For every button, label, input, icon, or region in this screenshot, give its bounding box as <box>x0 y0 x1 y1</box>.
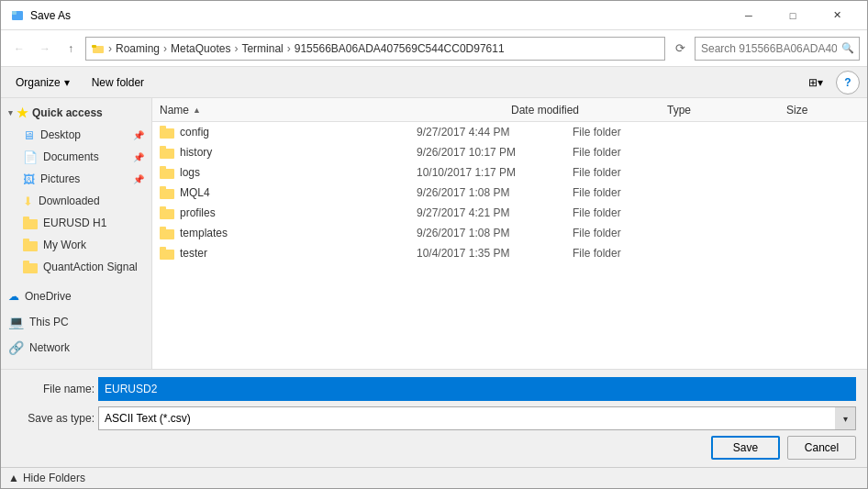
actions-row: Save Cancel <box>12 436 856 460</box>
window-title: Save As <box>30 9 728 22</box>
file-name-cell: tester <box>160 247 417 260</box>
sidebar-item-thispc[interactable]: 💻 This PC <box>1 311 151 333</box>
path-breadcrumb: › Name Roaming › MetaQuotes › Terminal ›… <box>92 42 505 55</box>
column-header-date[interactable]: Date modified <box>511 100 667 119</box>
sidebar-item-pictures-label: Pictures <box>40 172 80 185</box>
file-rows-container: config 9/27/2017 4:44 PM File folder his… <box>152 122 867 263</box>
file-name-text: templates <box>180 227 228 239</box>
sidebar-item-quantaction[interactable]: QuantAction Signal <box>1 256 151 278</box>
save-as-type-wrapper: ▾ <box>98 406 856 430</box>
sidebar-item-pictures[interactable]: 🖼 Pictures 📌 <box>1 168 151 190</box>
file-type-cell: File folder <box>573 126 692 139</box>
column-header-name[interactable]: Name ▲ <box>160 100 511 119</box>
back-button[interactable]: ← <box>8 38 30 60</box>
pictures-icon: 🖼 <box>23 172 35 186</box>
file-folder-icon <box>160 206 174 219</box>
file-type-cell: File folder <box>573 146 692 159</box>
file-name-label: File name: <box>12 383 95 395</box>
minimize-button[interactable]: ─ <box>728 6 770 25</box>
window-controls: ─ □ ✕ <box>728 6 858 25</box>
sidebar-item-desktop[interactable]: 🖥 Desktop 📌 <box>1 124 151 146</box>
file-name-text: tester <box>180 247 207 260</box>
column-header-size[interactable]: Size <box>786 100 860 119</box>
search-icon: 🔍 <box>841 42 854 54</box>
new-folder-button[interactable]: New folder <box>84 71 151 94</box>
folder-breadcrumb-icon <box>92 42 105 55</box>
file-date-cell: 10/4/2017 1:35 PM <box>417 247 573 260</box>
file-type-cell: File folder <box>573 206 692 219</box>
view-button[interactable]: ⊞ ▾ <box>803 71 829 94</box>
search-wrapper: 🔍 <box>695 37 860 61</box>
file-name-cell: profiles <box>160 206 417 219</box>
quantaction-folder-icon <box>23 261 38 273</box>
forward-button[interactable]: → <box>34 38 56 60</box>
path-id: 915566BA06ADA407569C544CC0D97611 <box>295 42 505 55</box>
hide-folders-button[interactable]: ▲ Hide Folders <box>1 467 867 488</box>
sidebar-item-quantaction-label: QuantAction Signal <box>43 261 138 273</box>
hide-folders-label: Hide Folders <box>23 472 85 484</box>
quick-access-chevron: ▾ <box>8 108 13 117</box>
sidebar-item-onedrive[interactable]: ☁ OneDrive <box>1 285 151 307</box>
file-folder-icon <box>160 166 174 179</box>
table-row[interactable]: history 9/26/2017 10:17 PM File folder <box>152 142 867 162</box>
save-as-dialog: Save As ─ □ ✕ ← → ↑ › Name Roaming › Met… <box>0 0 868 489</box>
path-roaming-text: Roaming <box>116 42 160 55</box>
sidebar-item-network[interactable]: 🔗 Network <box>1 337 151 359</box>
table-row[interactable]: templates 9/26/2017 1:08 PM File folder <box>152 223 867 243</box>
file-name-input[interactable] <box>98 377 856 401</box>
file-name-text: MQL4 <box>180 186 210 199</box>
onedrive-icon: ☁ <box>8 290 19 303</box>
file-list: Name ▲ Date modified Type Size config 9/… <box>152 98 867 369</box>
organize-button[interactable]: Organize ▾ <box>8 71 77 94</box>
table-row[interactable]: tester 10/4/2017 1:35 PM File folder <box>152 243 867 263</box>
refresh-button[interactable]: ⟳ <box>669 38 691 60</box>
file-type-cell: File folder <box>573 227 692 239</box>
address-bar: ← → ↑ › Name Roaming › MetaQuotes › Term… <box>1 30 867 67</box>
file-folder-icon <box>160 227 174 239</box>
title-bar: Save As ─ □ ✕ <box>1 1 867 30</box>
sidebar-item-documents[interactable]: 📄 Documents 📌 <box>1 146 151 168</box>
save-as-type-input[interactable] <box>98 406 856 430</box>
path-terminal: Terminal <box>241 42 283 55</box>
sort-arrow: ▲ <box>193 106 201 115</box>
svg-rect-4 <box>92 45 96 48</box>
file-name-row: File name: <box>12 377 856 401</box>
sidebar-item-mywork[interactable]: My Work <box>1 234 151 256</box>
file-name-text: history <box>180 146 212 159</box>
search-input[interactable] <box>695 37 860 61</box>
table-row[interactable]: config 9/27/2017 4:44 PM File folder <box>152 122 867 142</box>
up-button[interactable]: ↑ <box>60 38 82 60</box>
sidebar-item-eurusd[interactable]: EURUSD H1 <box>1 212 151 234</box>
save-as-type-row: Save as type: ▾ <box>12 406 856 430</box>
toolbar: Organize ▾ New folder ⊞ ▾ ? <box>1 67 867 98</box>
help-button[interactable]: ? <box>836 71 860 94</box>
file-date-cell: 9/26/2017 10:17 PM <box>417 146 573 159</box>
quick-access-header[interactable]: ▾ ★ Quick access <box>1 102 151 124</box>
cancel-button[interactable]: Cancel <box>787 436 856 460</box>
save-button[interactable]: Save <box>711 436 780 460</box>
sidebar-item-downloaded-label: Downloaded <box>39 194 100 207</box>
path-metaquotes: MetaQuotes <box>171 42 230 55</box>
maximize-button[interactable]: □ <box>772 6 814 25</box>
desktop-icon: 🖥 <box>23 128 35 142</box>
file-type-cell: File folder <box>573 166 692 179</box>
column-header-type[interactable]: Type <box>667 100 786 119</box>
file-name-cell: MQL4 <box>160 186 417 199</box>
table-row[interactable]: logs 10/10/2017 1:17 PM File folder <box>152 162 867 183</box>
file-date-cell: 10/10/2017 1:17 PM <box>417 166 573 179</box>
file-name-cell: config <box>160 126 417 139</box>
address-path[interactable]: › Name Roaming › MetaQuotes › Terminal ›… <box>85 37 665 61</box>
svg-rect-1 <box>12 11 17 15</box>
downloaded-icon: ⬇ <box>23 194 33 208</box>
file-folder-icon <box>160 186 174 199</box>
sidebar-item-downloaded[interactable]: ⬇ Downloaded <box>1 190 151 212</box>
dialog-icon <box>10 8 25 23</box>
file-list-header: Name ▲ Date modified Type Size <box>152 98 867 122</box>
main-content: ▾ ★ Quick access 🖥 Desktop 📌 📄 Documents… <box>1 98 867 369</box>
file-folder-icon <box>160 126 174 139</box>
table-row[interactable]: profiles 9/27/2017 4:21 PM File folder <box>152 203 867 223</box>
close-button[interactable]: ✕ <box>816 6 858 25</box>
table-row[interactable]: MQL4 9/26/2017 1:08 PM File folder <box>152 183 867 203</box>
file-type-cell: File folder <box>573 247 692 260</box>
sidebar-item-thispc-label: This PC <box>29 316 69 328</box>
